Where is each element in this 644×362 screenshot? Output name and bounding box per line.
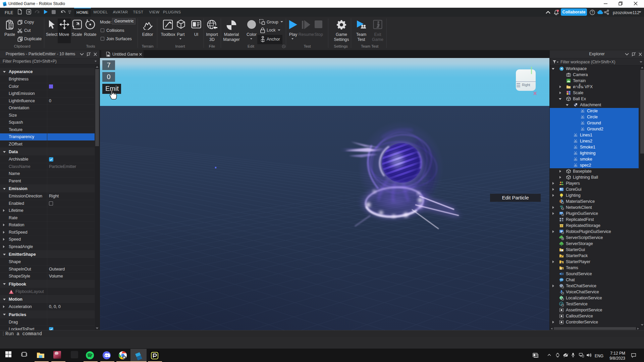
svg-text:?: ? [591, 11, 593, 14]
